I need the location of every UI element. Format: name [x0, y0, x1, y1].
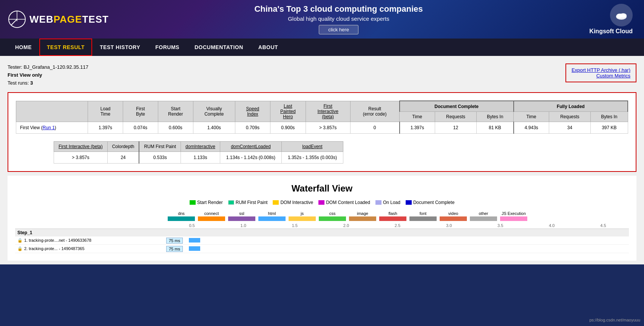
th-full-bytes: Bytes In: [591, 111, 628, 122]
main-content: Tester: BJ_Grafana_1-120.92.35.117 First…: [0, 56, 644, 264]
legend-label-rum: RUM First Paint: [236, 200, 268, 205]
type-video: video: [438, 211, 468, 221]
legend-color-on-load: [375, 200, 381, 205]
legend-on-load: On Load: [375, 200, 400, 205]
banner-right: Kingsoft Cloud: [568, 4, 644, 35]
results-section: LoadTime FirstByte StartRender VisuallyC…: [8, 92, 636, 172]
m-dom-interactive: 1.133s: [181, 151, 220, 163]
test-runs-value: 3: [30, 80, 33, 86]
th-first-byte: FirstByte: [123, 101, 158, 122]
th-doc-requests: Requests: [435, 111, 476, 122]
legend-color-start-render: [190, 200, 196, 205]
type-ssl-bar: [228, 216, 255, 221]
waterfall-row-2: 🔒 2. tracking-prote... - 1490487365 75 m…: [15, 245, 629, 253]
th-full-requests: Requests: [549, 111, 590, 122]
legend-label-doc-complete: Document Complete: [413, 200, 454, 205]
scale-3.0: 3.0: [446, 223, 452, 228]
nav-forums[interactable]: FORUMS: [148, 39, 187, 56]
view-type: First View only: [8, 71, 88, 79]
type-js-bar: [289, 216, 316, 221]
first-byte: 0.074s: [123, 122, 158, 133]
nav-about[interactable]: ABOUT: [251, 39, 286, 56]
scale-3.5: 3.5: [497, 223, 503, 228]
type-js-exec-label: JS Execution: [502, 211, 526, 216]
nav-documentation[interactable]: DOCUMENTATION: [187, 39, 251, 56]
nav-test-history[interactable]: TEST HISTORY: [92, 39, 148, 56]
type-css: css: [317, 211, 347, 221]
legend-color-dom-content: [318, 200, 324, 205]
type-video-bar: [440, 216, 467, 221]
waterfall-legend: Start Render RUM First Paint DOM Interac…: [15, 200, 629, 205]
legend-start-render: Start Render: [190, 200, 223, 205]
type-other: other: [468, 211, 499, 221]
type-connect: connect: [196, 211, 227, 221]
type-js-execution: JS Execution: [499, 211, 529, 221]
step-label: Step_1: [15, 229, 629, 236]
waterfall-title: Waterfall View: [15, 183, 629, 194]
type-other-bar: [470, 216, 497, 221]
legend-color-rum: [228, 200, 234, 205]
th-doc-bytes: Bytes In: [477, 111, 514, 122]
type-connect-bar: [198, 216, 225, 221]
m-colordepth: 24: [107, 151, 139, 163]
type-flash-bar: [379, 216, 406, 221]
step-label-text: Step_1: [17, 230, 32, 235]
banner-headline: China's Top 3 cloud computing companies: [109, 4, 568, 14]
logo-icon: [8, 10, 26, 29]
banner-subline: Global high quality cloud service expert…: [109, 15, 568, 22]
metrics-table: First Interactive (beta) Colordepth RUM …: [54, 141, 343, 164]
nav-home[interactable]: HOME: [8, 39, 39, 56]
type-js-exec-bar: [500, 216, 527, 221]
th-m-dom-interactive: domInteractive: [181, 141, 220, 151]
th-m-dom-content-loaded: domContentLoaded: [220, 141, 281, 151]
info-left: Tester: BJ_Grafana_1-120.92.35.117 First…: [8, 63, 88, 87]
visually-complete: 1.400s: [193, 122, 235, 133]
type-font-label: font: [420, 211, 426, 216]
banner-click-button[interactable]: click here: [319, 25, 358, 34]
type-html: html: [257, 211, 287, 221]
scale-2.0: 2.0: [343, 223, 349, 228]
th-visually-complete: VisuallyComplete: [193, 101, 235, 122]
cloud-brand: Kingsoft Cloud: [568, 28, 633, 35]
cloud-icon: [610, 4, 633, 26]
legend-color-doc-complete: [406, 200, 412, 205]
th-load-time: LoadTime: [88, 101, 123, 122]
type-css-bar: [319, 216, 346, 221]
row2-time-badge: 75 ms: [166, 246, 183, 252]
run-link[interactable]: Run 1: [43, 125, 55, 130]
th-empty: [16, 101, 88, 122]
scale-2.5: 2.5: [395, 223, 400, 228]
type-image: image: [347, 211, 378, 221]
table-row: First View (Run 1) 1.397s 0.074s 0.600s …: [16, 122, 628, 133]
load-time: 1.397s: [88, 122, 123, 133]
full-requests: 34: [549, 122, 590, 133]
type-dns: dns: [166, 211, 196, 221]
results-table: LoadTime FirstByte StartRender VisuallyC…: [16, 100, 628, 134]
lock-icon-1: 🔒: [17, 238, 23, 243]
type-js: js: [287, 211, 317, 221]
waterfall-section: Waterfall View Start Render RUM First Pa…: [8, 176, 636, 261]
type-font-bar: [409, 216, 437, 221]
row1-time-badge: 75 ms: [166, 238, 183, 244]
row1-label: 1. tracking-prote....net - 1490633678: [24, 238, 91, 243]
custom-metrics-link[interactable]: Custom Metrics: [571, 73, 630, 79]
nav-test-result[interactable]: TEST RESULT: [39, 39, 92, 56]
legend-dom-content-loaded: DOM Content Loaded: [318, 200, 370, 205]
row1-bar: [189, 238, 200, 243]
type-flash-label: flash: [388, 211, 397, 216]
speed-index: 0.709s: [235, 122, 270, 133]
logo: WEBPAGETEST: [0, 10, 109, 29]
m-rum-first-paint: 0.533s: [139, 151, 181, 163]
svg-line-3: [11, 19, 17, 25]
scale-1.0: 1.0: [241, 223, 246, 228]
doc-requests: 12: [435, 122, 476, 133]
type-font: font: [408, 211, 438, 221]
result-val: 0: [350, 122, 400, 133]
th-result: Result(error code): [350, 101, 400, 122]
legend-doc-complete: Document Complete: [406, 200, 454, 205]
export-har-link[interactable]: Export HTTP Archive (.har): [571, 67, 630, 73]
banner: WEBPAGETEST China's Top 3 cloud computin…: [0, 0, 644, 39]
type-dns-label: dns: [178, 211, 185, 216]
test-runs: Test runs: 3: [8, 79, 88, 87]
row2-label: 2. tracking-prote... - 1490487365: [24, 246, 85, 251]
